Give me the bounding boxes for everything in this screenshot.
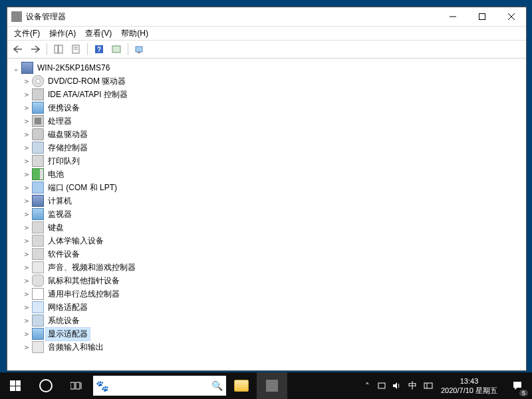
tree-item[interactable]: >显示适配器 [9,327,525,340]
hid-icon [32,235,44,247]
tree-item[interactable]: >音频输入和输出 [9,340,525,354]
start-button[interactable] [0,372,31,399]
expand-icon[interactable]: > [22,330,31,338]
expand-icon[interactable]: > [22,130,31,139]
expand-icon[interactable]: > [22,250,31,259]
titlebar[interactable]: 设备管理器 [7,7,526,27]
expand-icon[interactable]: > [22,117,31,126]
window-title: 设备管理器 [26,11,66,23]
tree-item[interactable]: >通用串行总线控制器 [9,287,525,301]
tray-ime-mode-icon[interactable] [421,372,436,399]
tray-overflow-button[interactable]: ˄ [360,372,374,399]
device-manager-window: 设备管理器 文件(F) 操作(A) 查看(V) 帮助(H) ? ⌄ WIN-2K… [7,7,527,371]
expand-icon[interactable]: > [22,184,31,192]
system-tray: ˄ 中 13:43 2020/7/10 星期五 5 [360,372,532,399]
expand-icon[interactable]: > [22,144,31,152]
tree-item[interactable]: >存储控制器 [9,141,525,154]
minimize-button[interactable] [438,7,467,26]
toolbar: ? [7,41,526,59]
tree-item[interactable]: >电池 [9,168,525,181]
tree-item[interactable]: >键盘 [9,221,525,234]
svg-rect-5 [59,45,63,53]
taskbar-search[interactable]: 🐾 🔍 [93,376,226,396]
device-tree[interactable]: ⌄ WIN-2K5KP16MS76 >DVD/CD-ROM 驱动器>IDE AT… [7,59,526,370]
taskbar-clock[interactable]: 13:43 2020/7/10 星期五 [436,376,503,395]
tree-item[interactable]: >网络适配器 [9,301,525,314]
tree-item[interactable]: >人体学输入设备 [9,234,525,247]
svg-text:?: ? [97,46,101,53]
expand-icon[interactable]: > [22,90,31,99]
notification-center-button[interactable]: 5 [503,372,532,399]
close-button[interactable] [497,7,526,26]
expand-icon[interactable]: > [22,303,31,312]
software-icon [32,248,44,260]
nav-back-button[interactable] [10,41,26,57]
tree-item[interactable]: >鼠标和其他指针设备 [9,274,525,287]
baidu-icon: 🐾 [93,380,112,392]
toolbar-separator [47,43,47,55]
storage-icon [32,142,44,154]
tree-item[interactable]: >DVD/CD-ROM 驱动器 [9,74,525,88]
tray-volume-icon[interactable] [389,372,404,399]
expand-icon[interactable]: > [22,263,31,272]
expand-icon[interactable]: > [22,317,31,325]
properties-button[interactable] [68,41,84,57]
maximize-button[interactable] [467,7,497,26]
show-hide-tree-button[interactable] [51,41,66,57]
notification-badge: 5 [519,390,528,396]
menu-action[interactable]: 操作(A) [45,27,80,40]
collapse-icon[interactable]: ⌄ [11,64,21,72]
menu-help[interactable]: 帮助(H) [117,27,152,40]
tree-item[interactable]: >监视器 [9,207,525,221]
taskbar-app-explorer[interactable] [226,372,257,399]
tree-item[interactable]: >打印队列 [9,154,525,168]
tree-item[interactable]: >端口 (COM 和 LPT) [9,181,525,194]
tree-item[interactable]: >处理器 [9,114,525,128]
tree-root[interactable]: ⌄ WIN-2K5KP16MS76 [9,61,525,74]
scan-hardware-button[interactable] [132,41,148,57]
clock-time: 13:43 [441,376,497,386]
svg-rect-14 [70,382,74,389]
tree-item-label: 键盘 [46,221,66,234]
expand-icon[interactable]: > [22,343,31,352]
audio-io-icon [32,341,44,353]
taskbar-app-2[interactable] [257,372,287,399]
nav-forward-button[interactable] [27,41,43,57]
tree-item-label: 监视器 [46,208,74,221]
menu-view[interactable]: 查看(V) [81,27,116,40]
tree-item[interactable]: >软件设备 [9,247,525,261]
toolbar-separator [87,43,88,55]
expand-icon[interactable]: > [22,223,31,232]
svg-rect-18 [424,383,432,388]
printer-icon [32,155,44,167]
tree-item[interactable]: >IDE ATA/ATAPI 控制器 [9,88,525,101]
svg-rect-11 [112,46,120,53]
monitor-icon [32,208,44,220]
tree-item[interactable]: >计算机 [9,194,525,207]
tree-item[interactable]: >磁盘驱动器 [9,128,525,141]
tree-item[interactable]: >便携设备 [9,101,525,114]
task-view-button[interactable] [61,372,92,399]
expand-icon[interactable]: > [22,157,31,166]
tree-item-label: 处理器 [46,115,74,128]
expand-icon[interactable]: > [22,210,31,219]
action-button[interactable] [108,41,124,57]
menu-file[interactable]: 文件(F) [10,27,44,40]
tree-item[interactable]: >声音、视频和游戏控制器 [9,261,525,274]
expand-icon[interactable]: > [22,290,31,299]
expand-icon[interactable]: > [22,104,31,112]
taskbar: 🐾 🔍 ˄ 中 13:43 2020/7/10 星期五 5 [0,372,532,399]
cortana-button[interactable] [31,372,61,399]
tree-item[interactable]: >系统设备 [9,314,525,327]
expand-icon[interactable]: > [22,170,31,179]
expand-icon[interactable]: > [22,277,31,285]
cpu-icon [32,115,44,127]
tree-item-label: 存储控制器 [46,142,90,154]
help-button[interactable]: ? [91,41,107,57]
expand-icon[interactable]: > [22,77,31,86]
expand-icon[interactable]: > [22,197,31,205]
tray-ime-button[interactable]: 中 [404,372,421,399]
clock-date: 2020/7/10 星期五 [441,386,497,395]
tray-network-icon[interactable] [374,372,389,399]
expand-icon[interactable]: > [22,237,31,245]
